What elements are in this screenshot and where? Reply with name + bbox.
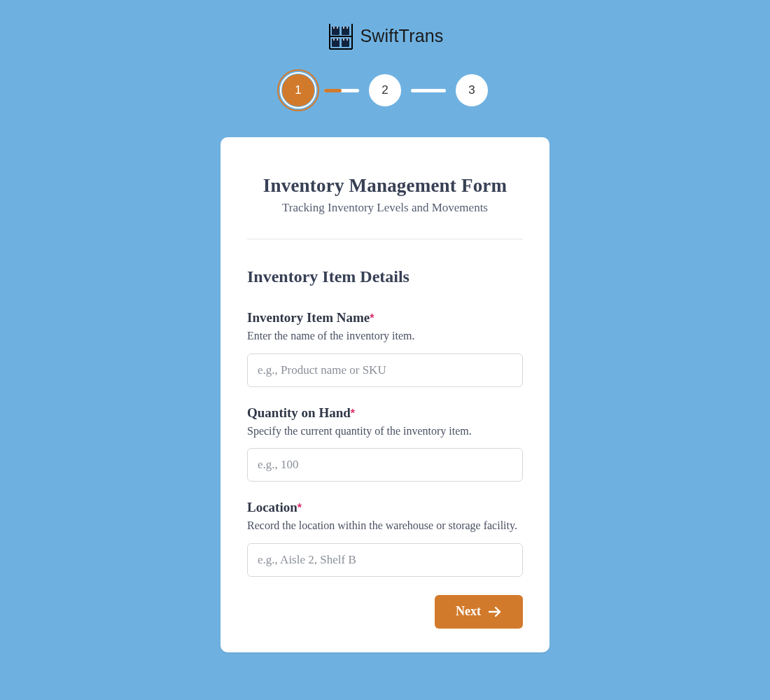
step-connector-1 — [324, 89, 359, 92]
step-1[interactable]: 1 — [282, 74, 314, 106]
divider — [247, 239, 523, 239]
field-location: Location* Record the location within the… — [247, 500, 523, 577]
quantity-help: Specify the current quantity of the inve… — [247, 424, 523, 439]
next-button-label: Next — [456, 604, 481, 619]
form-card: Inventory Management Form Tracking Inven… — [220, 137, 550, 652]
svg-rect-6 — [332, 38, 340, 47]
item-name-help: Enter the name of the inventory item. — [247, 328, 523, 344]
step-indicator: 1 2 3 — [282, 74, 488, 106]
step-3[interactable]: 3 — [456, 74, 488, 106]
section-title: Inventory Item Details — [247, 267, 523, 286]
required-marker: * — [351, 407, 355, 419]
field-quantity: Quantity on Hand* Specify the current qu… — [247, 405, 523, 482]
field-item-name: Inventory Item Name* Enter the name of t… — [247, 310, 523, 387]
svg-rect-5 — [342, 27, 349, 35]
item-name-label: Inventory Item Name — [247, 310, 370, 325]
location-help: Record the location within the warehouse… — [247, 518, 523, 533]
item-name-input[interactable] — [247, 354, 523, 387]
location-input[interactable] — [247, 543, 523, 577]
brand-name: SwiftTrans — [360, 26, 443, 46]
next-button[interactable]: Next — [435, 595, 523, 629]
step-2[interactable]: 2 — [369, 74, 401, 106]
svg-rect-7 — [342, 38, 349, 47]
warehouse-shelf-icon — [326, 21, 356, 50]
quantity-label: Quantity on Hand — [247, 405, 351, 420]
brand-logo: SwiftTrans — [326, 21, 443, 50]
location-label: Location — [247, 500, 298, 514]
svg-rect-4 — [332, 27, 340, 35]
form-subtitle: Tracking Inventory Levels and Movements — [247, 201, 523, 215]
step-connector-2 — [411, 89, 446, 92]
required-marker: * — [298, 502, 302, 514]
form-title: Inventory Management Form — [247, 175, 523, 197]
required-marker: * — [370, 312, 374, 324]
arrow-right-icon — [488, 606, 502, 617]
quantity-input[interactable] — [247, 448, 523, 482]
